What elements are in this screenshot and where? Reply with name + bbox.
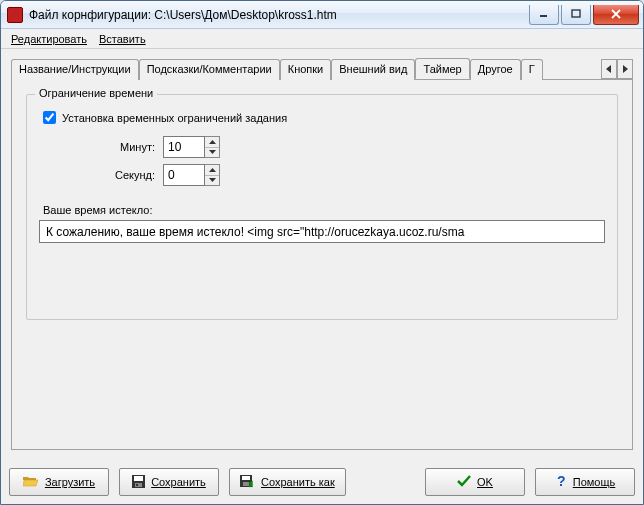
tab-other[interactable]: Другое [470,59,521,80]
timeout-message-input[interactable] [39,220,605,243]
timeout-message-label: Ваше время истекло: [43,204,605,216]
svg-marker-6 [209,140,216,144]
minutes-label: Минут: [39,141,163,153]
help-button[interactable]: ? Помощь [535,468,635,496]
tab-scroll-buttons [601,59,633,79]
minutes-spin-down[interactable] [205,148,219,158]
chevron-up-icon [209,140,216,144]
save-as-button-label: Сохранить как [261,476,335,488]
menubar: Редактировать Вставить [1,29,643,49]
svg-marker-8 [209,168,216,172]
svg-rect-13 [136,484,138,486]
seconds-spinner [163,164,220,186]
save-button[interactable]: Сохранить [119,468,219,496]
tab-name-instructions[interactable]: Название/Инструкции [11,59,139,80]
enable-time-limit-checkbox[interactable] [43,111,56,124]
help-icon: ? [555,474,567,490]
maximize-button[interactable] [561,5,591,25]
chevron-left-icon [606,65,612,73]
svg-rect-1 [572,10,580,17]
seconds-input[interactable] [163,164,205,186]
seconds-spin-buttons [205,164,220,186]
minutes-spin-buttons [205,136,220,158]
svg-text:?: ? [557,474,566,488]
button-bar-spacer [356,468,415,496]
minimize-button[interactable] [529,5,559,25]
floppy-icon [132,475,145,490]
minutes-input[interactable] [163,136,205,158]
ok-button-label: OK [477,476,493,488]
tab-truncated[interactable]: Г [521,59,543,80]
button-bar: Загрузить Сохранить Сохранить как OK ? П [1,460,643,504]
seconds-spin-up[interactable] [205,165,219,176]
tab-buttons[interactable]: Кнопки [280,59,332,80]
svg-rect-11 [134,476,143,481]
minutes-spinner [163,136,220,158]
tab-scroll-right[interactable] [617,59,633,79]
config-window: Файл корнфигурации: C:\Users\Дом\Desktop… [0,0,644,505]
titlebar[interactable]: Файл корнфигурации: C:\Users\Дом\Desktop… [1,1,643,29]
save-as-button[interactable]: Сохранить как [229,468,346,496]
app-icon [7,7,23,23]
svg-marker-5 [623,65,628,73]
seconds-label: Секунд: [39,169,163,181]
tab-timer[interactable]: Таймер [415,58,469,79]
close-icon [610,9,622,19]
tab-scroll-left[interactable] [601,59,617,79]
load-button[interactable]: Загрузить [9,468,109,496]
seconds-spin-down[interactable] [205,176,219,186]
chevron-down-icon [209,178,216,182]
minutes-row: Минут: [39,136,605,158]
load-button-label: Загрузить [45,476,95,488]
ok-button[interactable]: OK [425,468,525,496]
menu-edit[interactable]: Редактировать [11,33,87,45]
save-button-label: Сохранить [151,476,206,488]
time-limit-groupbox: Ограничение времени Установка временных … [26,94,618,320]
chevron-up-icon [209,168,216,172]
minimize-icon [539,9,549,19]
seconds-row: Секунд: [39,164,605,186]
svg-marker-4 [606,65,611,73]
minutes-spin-up[interactable] [205,137,219,148]
svg-rect-15 [242,476,250,480]
folder-open-icon [23,475,39,489]
window-title: Файл корнфигурации: C:\Users\Дом\Desktop… [29,8,529,22]
tab-panel-timer: Ограничение времени Установка временных … [11,79,633,450]
check-icon [457,475,471,489]
chevron-down-icon [209,150,216,154]
enable-time-limit-label: Установка временных ограничений задания [62,112,287,124]
close-button[interactable] [593,5,639,25]
tab-hints-comments[interactable]: Подсказки/Комментарии [139,59,280,80]
tab-strip: Название/Инструкции Подсказки/Комментари… [11,57,633,79]
svg-marker-9 [209,178,216,182]
content-area: Название/Инструкции Подсказки/Комментари… [1,49,643,460]
help-button-label: Помощь [573,476,616,488]
tab-appearance[interactable]: Внешний вид [331,59,415,80]
menu-insert[interactable]: Вставить [99,33,146,45]
maximize-icon [571,9,581,19]
svg-rect-16 [243,482,249,486]
floppy-save-as-icon [240,475,255,490]
chevron-right-icon [622,65,628,73]
window-controls [529,5,639,25]
groupbox-title: Ограничение времени [35,87,157,99]
enable-time-limit-row: Установка временных ограничений задания [43,111,605,124]
tabs: Название/Инструкции Подсказки/Комментари… [11,58,543,79]
svg-marker-7 [209,150,216,154]
